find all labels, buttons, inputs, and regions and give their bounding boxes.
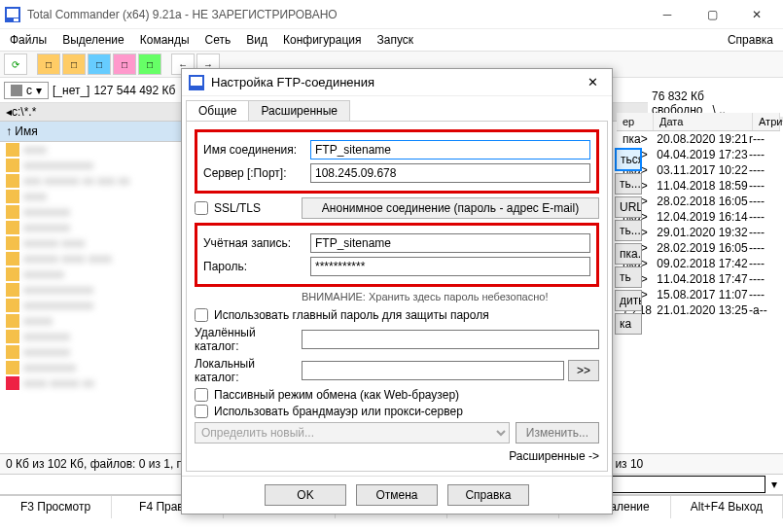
btn-url[interactable]: URL... [615, 196, 642, 218]
ssl-checkbox[interactable] [195, 201, 208, 215]
tool-t1[interactable]: □ [37, 53, 60, 75]
svg-rect-1 [7, 9, 18, 18]
extended-link[interactable]: Расширенные -> [195, 449, 599, 463]
name-label: Имя соединения: [203, 143, 310, 157]
dialog-tabs: Общие Расширенные [182, 96, 612, 121]
btn-edit[interactable]: ть [615, 266, 642, 288]
tool-refresh[interactable]: ⟳ [4, 53, 27, 75]
tool-t3[interactable]: □ [88, 53, 111, 75]
dialog-icon [188, 74, 205, 91]
minimize-button[interactable]: ─ [645, 1, 690, 28]
remotedir-label: Удалённый каталог: [195, 326, 302, 353]
masterpass-checkbox[interactable] [195, 308, 208, 322]
rcol-size[interactable]: ер [617, 113, 654, 130]
btn-dup[interactable]: ть... [615, 220, 642, 241]
conn-buttons: ться ть... URL... ть... пка... ть дить к… [615, 146, 642, 337]
menu-show[interactable]: Вид [240, 31, 273, 49]
maximize-button[interactable]: ▢ [690, 1, 734, 28]
menu-start[interactable]: Запуск [372, 31, 420, 49]
btn-folder[interactable]: пка... [615, 243, 642, 265]
disk-icon [11, 85, 22, 96]
menu-config[interactable]: Конфигурация [277, 31, 368, 49]
svg-rect-4 [191, 77, 202, 86]
firewall-label: Использовать брандмауэр или прокси-серве… [214, 405, 463, 418]
tab-advanced[interactable]: Расширенные [248, 100, 350, 121]
ftp-dialog: Настройка FTP-соединения ✕ Общие Расшире… [181, 68, 613, 514]
tab-general[interactable]: Общие [186, 100, 249, 121]
pass-input[interactable] [310, 257, 590, 276]
dialog-buttons: OK Отмена Справка [182, 476, 612, 514]
app-icon [4, 6, 21, 23]
server-label: Сервер [:Порт]: [203, 166, 310, 180]
menu-help[interactable]: Справка [722, 31, 779, 49]
tool-t4[interactable]: □ [113, 53, 136, 75]
close-button[interactable]: ✕ [734, 1, 779, 28]
svg-rect-2 [14, 18, 18, 21]
cmd-dropdown-icon[interactable]: ▾ [765, 478, 783, 491]
masterpass-label: Использовать главный пароль для защиты п… [214, 308, 489, 322]
btn-help2[interactable]: ка [615, 313, 642, 335]
passive-label: Пассивный режим обмена (как Web-браузер) [214, 388, 459, 402]
server-input[interactable] [310, 163, 590, 183]
window-title: Total Commander (x64) 9.21a - НЕ ЗАРЕГИС… [27, 8, 645, 21]
menu-mark[interactable]: Выделение [56, 31, 130, 49]
help-button[interactable]: Справка [447, 484, 529, 506]
dialog-body: Имя соединения: Сервер [:Порт]: SSL/TLS … [186, 121, 608, 472]
firewall-checkbox[interactable] [195, 405, 208, 418]
f3-button[interactable]: F3 Просмотр [0, 496, 112, 518]
browse-button[interactable]: >> [568, 360, 599, 381]
rcol-attr[interactable]: Атриб [753, 113, 780, 130]
btn-connect[interactable]: ться [615, 148, 642, 171]
password-warning: ВНИМАНИЕ: Хранить здесь пароль небезопас… [302, 291, 599, 302]
drive-left-free: 127 544 492 Кб [93, 84, 175, 97]
btn-del[interactable]: дить [615, 290, 642, 311]
pass-label: Пароль: [203, 260, 310, 273]
menu-net[interactable]: Сеть [199, 31, 237, 49]
table-row[interactable]: пка>20.08.2020 19:21r--- [617, 131, 780, 147]
drive-select[interactable]: c ▾ [4, 82, 49, 99]
tool-t2[interactable]: □ [62, 53, 86, 75]
group-connection: Имя соединения: Сервер [:Порт]: [195, 129, 599, 194]
localdir-label: Локальный каталог: [195, 357, 302, 384]
dialog-titlebar: Настройка FTP-соединения ✕ [182, 69, 612, 96]
anon-button[interactable]: Анонимное соединение (пароль - адрес E-m… [302, 197, 599, 219]
menubar: Файлы Выделение Команды Сеть Вид Конфигу… [0, 29, 783, 51]
passive-checkbox[interactable] [195, 388, 208, 402]
name-input[interactable] [310, 140, 590, 160]
rcol-date[interactable]: Дата [654, 113, 753, 130]
btn-new[interactable]: ть... [615, 173, 642, 195]
menu-commands[interactable]: Команды [134, 31, 196, 49]
chevron-down-icon: ▾ [36, 84, 42, 97]
window-titlebar: Total Commander (x64) 9.21a - НЕ ЗАРЕГИС… [0, 0, 783, 29]
tool-t5[interactable]: □ [138, 53, 161, 75]
proxy-edit-button[interactable]: Изменить... [516, 422, 599, 443]
ok-button[interactable]: OK [265, 484, 346, 506]
user-label: Учётная запись: [203, 236, 310, 250]
dialog-title: Настройка FTP-соединения [211, 75, 579, 89]
drive-letter: c [26, 84, 32, 97]
altf4-button[interactable]: Alt+F4 Выход [671, 496, 783, 518]
drive-label: [_нет_] [53, 84, 89, 97]
proxy-select[interactable]: Определить новый... [195, 422, 510, 443]
user-input[interactable] [310, 233, 590, 253]
localdir-input[interactable] [302, 361, 564, 380]
menu-file[interactable]: Файлы [4, 31, 53, 49]
dialog-close-button[interactable]: ✕ [579, 75, 606, 89]
group-credentials: Учётная запись: Пароль: [195, 223, 599, 287]
cancel-button[interactable]: Отмена [356, 484, 438, 506]
remotedir-input[interactable] [302, 330, 599, 349]
ssl-label: SSL/TLS [214, 201, 261, 215]
